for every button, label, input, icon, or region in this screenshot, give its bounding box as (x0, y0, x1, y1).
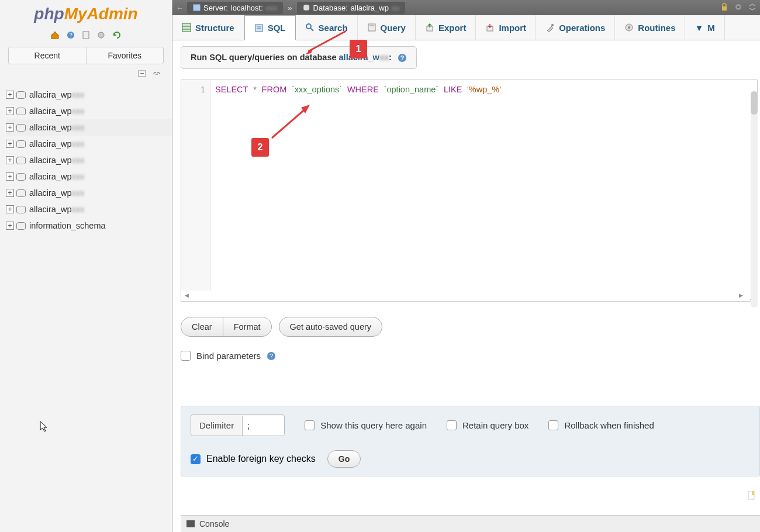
tab-export[interactable]: Export (416, 15, 476, 40)
panel-heading: Run SQL query/queries on database allaci… (181, 46, 417, 69)
tab-sql[interactable]: SQL (244, 15, 296, 40)
back-icon[interactable]: ← (176, 4, 184, 12)
annotation-arrow-2 (269, 103, 313, 141)
svg-text:?: ? (400, 54, 405, 61)
expand-icon[interactable]: + (6, 140, 14, 148)
go-button[interactable]: Go (327, 450, 361, 468)
tab-favorites[interactable]: Favorites (87, 47, 164, 64)
tree-item[interactable]: +allacira_wpxxx (6, 136, 172, 152)
tab-structure[interactable]: Structure (172, 15, 244, 40)
expand-icon[interactable]: + (6, 205, 14, 213)
collapse-icon[interactable] (748, 3, 756, 13)
retain-label: Retain query box (462, 420, 528, 430)
expand-icon[interactable]: + (6, 172, 14, 181)
delimiter-input[interactable] (242, 416, 284, 436)
annotation-arrow-1 (305, 26, 352, 54)
console-bar[interactable]: Console (181, 515, 760, 532)
settings-icon[interactable] (96, 30, 106, 40)
expand-icon[interactable]: + (6, 156, 14, 164)
database-icon (303, 4, 310, 11)
tree-item[interactable]: +allacira_wpxxx (6, 168, 172, 185)
bind-parameters-checkbox[interactable] (181, 351, 191, 361)
annotation-1: 1 (350, 40, 367, 58)
tab-recent[interactable]: Recent (9, 47, 87, 64)
link-icon[interactable] (152, 70, 161, 78)
expand-icon[interactable]: + (6, 189, 14, 197)
tree-item[interactable]: +allacira_wpxxx (6, 152, 172, 168)
logo[interactable]: phpMyAdmin (0, 0, 172, 26)
breadcrumb-database[interactable]: Database: allacira_wp xx (297, 2, 405, 14)
import-icon (485, 23, 495, 32)
tab-query[interactable]: Query (358, 15, 416, 40)
show-again-checkbox[interactable] (305, 420, 315, 430)
operations-icon (545, 23, 555, 32)
svg-rect-19 (368, 24, 375, 31)
auto-saved-button[interactable]: Get auto-saved query (279, 317, 382, 337)
delimiter-label: Delimiter (191, 415, 242, 436)
svg-marker-36 (305, 48, 313, 54)
docs-icon[interactable] (81, 30, 91, 40)
clear-button[interactable]: Clear (181, 317, 223, 336)
svg-line-35 (308, 31, 346, 51)
sidebar-icon-row: ? (0, 26, 172, 43)
sidebar: phpMyAdmin ? Recent Favorites +allacira_… (0, 0, 172, 532)
collapse-all-icon[interactable] (138, 70, 147, 78)
tab-more[interactable]: ▼M (685, 15, 724, 40)
rollback-row: Rollback when finished (548, 420, 654, 430)
breadcrumb-bar: ← Server: localhost: xxx » Database: all… (172, 0, 760, 15)
foreign-keys-checkbox[interactable] (191, 454, 201, 464)
footer-row-1: Delimiter Show this query here again Ret… (191, 414, 750, 436)
editor-code[interactable]: SELECT * FROM `xxx_options` WHERE `optio… (181, 80, 757, 94)
expand-icon[interactable]: + (6, 107, 14, 115)
expand-icon[interactable]: + (6, 123, 14, 132)
sql-icon (254, 23, 264, 33)
footer-row-2: Enable foreign key checks Go (191, 450, 750, 468)
tree-item[interactable]: +allacira_wpxxx (6, 119, 172, 136)
home-icon[interactable] (50, 30, 60, 40)
bookmark-icon[interactable] (747, 491, 755, 500)
tree-item[interactable]: +information_schema (6, 217, 172, 234)
retain-row: Retain query box (447, 420, 528, 430)
editor-horizontal-scroll[interactable]: ◄► (181, 292, 747, 301)
reload-icon[interactable] (112, 30, 122, 40)
routines-icon (624, 23, 634, 32)
logout-icon[interactable]: ? (66, 30, 75, 40)
expand-icon[interactable]: + (6, 222, 14, 230)
scroll-thumb[interactable] (751, 91, 758, 115)
annotation-2: 2 (251, 138, 269, 157)
retain-checkbox[interactable] (447, 420, 457, 430)
help-icon[interactable]: ? (267, 351, 276, 361)
database-tree: +allacira_wpxxx +allacira_wpxxx +allacir… (0, 84, 172, 234)
mouse-cursor (40, 421, 49, 433)
rollback-checkbox[interactable] (548, 420, 558, 430)
tree-item[interactable]: +allacira_wpxxx (6, 185, 172, 201)
editor-vertical-scroll[interactable] (751, 91, 758, 308)
sql-editor[interactable]: 1 SELECT * FROM `xxx_options` WHERE `opt… (181, 80, 758, 302)
tab-routines[interactable]: Routines (615, 15, 685, 40)
lock-icon[interactable] (720, 3, 728, 13)
database-icon (16, 189, 26, 197)
delimiter-group: Delimiter (191, 414, 285, 436)
main: ← Server: localhost: xxx » Database: all… (172, 0, 760, 532)
format-button[interactable]: Format (223, 317, 271, 336)
main-tabs: Structure SQL Search Query Export Import… (172, 15, 760, 40)
expand-icon[interactable]: + (6, 91, 14, 99)
database-icon (16, 91, 26, 99)
tree-item[interactable]: +allacira_wpxxx (6, 87, 172, 103)
svg-point-3 (98, 32, 104, 38)
foreign-keys-label: Enable foreign key checks (206, 454, 316, 464)
console-label: Console (199, 519, 229, 528)
tree-item[interactable]: +allacira_wpxxx (6, 103, 172, 119)
console-icon (186, 520, 195, 527)
tab-import[interactable]: Import (476, 15, 536, 40)
help-icon[interactable]: ? (398, 53, 407, 63)
editor-gutter: 1 (181, 80, 210, 291)
tab-operations[interactable]: Operations (536, 15, 615, 40)
svg-text:?: ? (270, 353, 273, 360)
tree-item[interactable]: +allacira_wpxxx (6, 201, 172, 217)
gear-icon[interactable] (734, 3, 742, 13)
svg-rect-2 (83, 32, 89, 39)
footer-panel: Delimiter Show this query here again Ret… (181, 406, 760, 476)
breadcrumb-server[interactable]: Server: localhost: xxx (187, 2, 283, 14)
editor-button-row: Clear Format Get auto-saved query (181, 317, 758, 337)
